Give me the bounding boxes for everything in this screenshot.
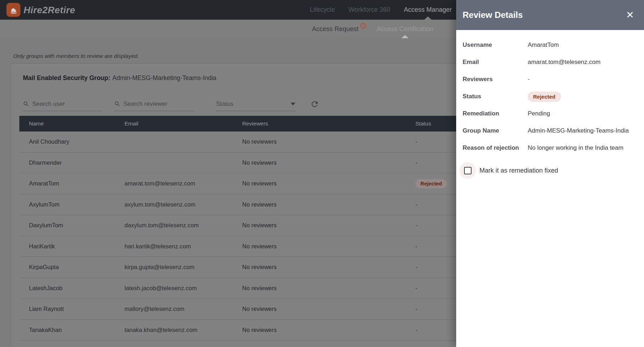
field-label: Remediation	[463, 110, 528, 117]
group-name: Admin-MESG-Marketing-Teams-India	[112, 74, 216, 81]
field-label: Reason of rejection	[463, 144, 528, 152]
search-icon	[23, 101, 29, 107]
cell-name: DaxylumTom	[29, 222, 125, 229]
nav-item-workforce-360[interactable]: Workforce 360	[348, 0, 390, 20]
warning-icon: !	[360, 23, 366, 29]
remediation-fixed-checkbox-row[interactable]: Mark it as remediation fixed	[459, 162, 558, 179]
column-header-reviewers: Reviewers	[242, 120, 415, 127]
detail-field-status: StatusRejected	[463, 88, 638, 105]
detail-field-reviewers: Reviewers-	[463, 71, 638, 88]
detail-field-username: UsernameAmaratTom	[463, 36, 638, 54]
filter-toolbar: Search user Search reviewer Status	[23, 97, 345, 111]
detail-field-group-name: Group NameAdmin-MESG-Marketing-Teams-Ind…	[463, 122, 638, 139]
panel-fields: UsernameAmaratTomEmailamarat.tom@telesen…	[456, 30, 644, 157]
checkbox-label: Mark it as remediation fixed	[479, 167, 558, 174]
cell-email: kirpa.gupta@telesenz.com	[125, 264, 242, 271]
cell-reviewers: No reviewers	[242, 138, 415, 145]
cell-reviewers: No reviewers	[242, 180, 415, 187]
cell-name: AmaratTom	[29, 180, 125, 187]
field-value: Pending	[528, 110, 638, 117]
cell-email: latesh.jacob@telesenz.com	[125, 285, 242, 292]
status-badge: Rejected	[415, 179, 447, 188]
tab-access-request[interactable]: Access Request!	[312, 20, 366, 38]
field-value: Admin-MESG-Marketing-Teams-India	[528, 127, 638, 134]
status-filter-label: Status	[216, 100, 233, 108]
nav-item-access-manager[interactable]: Access Manager	[404, 0, 452, 20]
cell-email: tanaka.khan@telesenz.com	[125, 327, 242, 333]
search-user-placeholder: Search user	[32, 100, 65, 108]
cell-email: daxylum.tom@telesenz.com	[125, 222, 242, 229]
search-reviewer-placeholder: Search reviewer	[123, 100, 167, 108]
status-empty: -	[415, 138, 418, 145]
field-value: Rejected	[528, 91, 638, 102]
cell-reviewers: No reviewers	[242, 327, 415, 333]
tab-access-certification[interactable]: Access Certification	[377, 20, 433, 38]
cell-name: Liam Raynott	[29, 306, 125, 312]
panel-header: Review Details ✕	[456, 0, 644, 30]
cell-email: axylum.tom@telesenz.com	[125, 201, 242, 208]
search-user-input[interactable]: Search user	[23, 97, 102, 111]
cell-email: amarat.tom@telesenz.com	[125, 180, 242, 187]
cell-name: HariKartik	[29, 243, 125, 250]
search-reviewer-input[interactable]: Search reviewer	[114, 97, 195, 111]
field-label: Group Name	[463, 127, 528, 134]
column-header-name: Name	[29, 120, 125, 127]
close-icon[interactable]: ✕	[626, 10, 634, 20]
remediation-fixed-checkbox[interactable]	[464, 167, 472, 174]
refresh-icon	[310, 100, 319, 109]
checkbox-halo	[459, 162, 476, 179]
field-value: amarat.tom@telesenz.com	[528, 59, 638, 66]
cell-reviewers: No reviewers	[242, 264, 415, 271]
chevron-down-icon	[291, 103, 296, 105]
detail-field-remediation: RemediationPending	[463, 105, 638, 122]
cell-reviewers: No reviewers	[242, 201, 415, 208]
cell-reviewers: No reviewers	[242, 285, 415, 292]
field-value: -	[528, 76, 638, 83]
cell-name: LateshJacob	[29, 285, 125, 292]
cell-name: TanakaKhan	[29, 327, 125, 333]
app-root: Hire2Retire LifecycleWorkforce 360Access…	[0, 0, 644, 347]
tab-label: Access Request	[312, 25, 358, 33]
cell-name: AxylumTom	[29, 201, 125, 208]
detail-field-email: Emailamarat.tom@telesenz.com	[463, 54, 638, 71]
tab-label: Access Certification	[377, 25, 433, 33]
primary-nav: LifecycleWorkforce 360Access Manager	[310, 0, 452, 20]
cell-email: hari.kartik@telesenz.com	[125, 243, 242, 250]
search-icon	[114, 101, 120, 107]
status-empty: -	[415, 306, 418, 312]
field-value: No longer working in the India team	[528, 144, 638, 152]
cell-reviewers: No reviewers	[242, 306, 415, 312]
review-details-panel: Review Details ✕ UsernameAmaratTomEmaila…	[456, 0, 644, 347]
brand-title: Hire2Retire	[24, 4, 75, 15]
status-empty: -	[415, 285, 418, 291]
status-filter-select[interactable]: Status	[216, 97, 296, 111]
cell-reviewers: No reviewers	[242, 159, 415, 166]
cell-name: Anil Choudhary	[29, 138, 125, 145]
field-label: Username	[463, 41, 528, 49]
status-badge: Rejected	[528, 91, 561, 102]
status-empty: -	[415, 222, 418, 228]
field-label: Status	[463, 93, 528, 100]
column-header-email: Email	[125, 120, 242, 127]
cell-name: Dharmender	[29, 159, 125, 166]
refresh-button[interactable]	[309, 99, 320, 109]
field-value: AmaratTom	[528, 41, 638, 49]
info-note: Only groups with members to review are d…	[13, 53, 139, 59]
field-label: Reviewers	[463, 76, 528, 83]
cell-reviewers: No reviewers	[242, 243, 415, 250]
nav-item-lifecycle[interactable]: Lifecycle	[310, 0, 335, 20]
status-empty: -	[415, 159, 418, 166]
cell-email: mallory@telesenz.com	[125, 306, 242, 312]
status-empty: -	[415, 264, 418, 270]
app-logo[interactable]	[6, 3, 20, 17]
status-empty: -	[415, 201, 418, 208]
secondary-nav: Access Request!Access Certification	[312, 20, 433, 38]
panel-title: Review Details	[463, 10, 523, 20]
cell-reviewers: No reviewers	[242, 222, 415, 229]
cloud-chip-icon	[9, 5, 19, 15]
group-title: Mail Enabled Security Group:Admin-MESG-M…	[23, 74, 216, 82]
field-label: Email	[463, 59, 528, 66]
status-empty: -	[415, 327, 418, 333]
status-empty: -	[415, 243, 418, 249]
group-label: Mail Enabled Security Group:	[23, 74, 110, 81]
